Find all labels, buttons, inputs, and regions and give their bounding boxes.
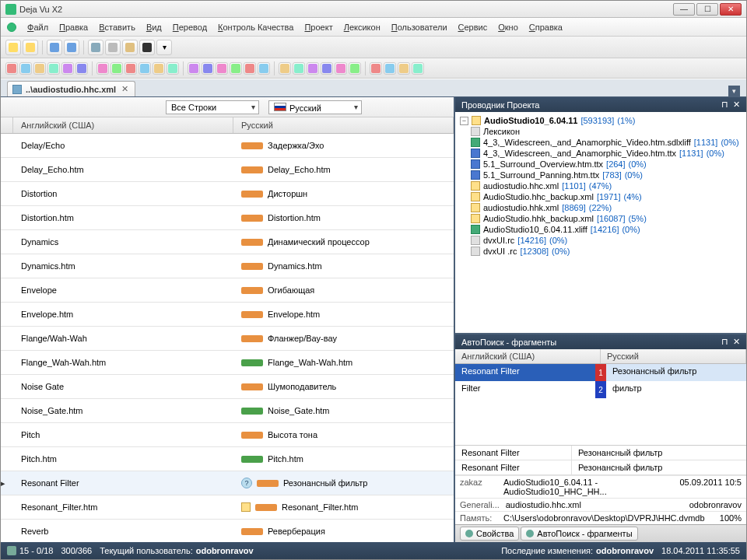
toolbar-button[interactable] — [384, 62, 396, 75]
table-row[interactable]: Delay/EchoЗадержка/Эхо — [1, 134, 454, 158]
close-button[interactable]: ✕ — [720, 3, 742, 16]
toolbar-button[interactable] — [216, 62, 228, 75]
toolbar-button[interactable] — [75, 62, 88, 75]
paste-button[interactable] — [122, 40, 138, 55]
table-row[interactable]: Flange_Wah-Wah.htmFlange_Wah-Wah.htm — [1, 351, 454, 375]
autosearch-row[interactable]: Filter2фильтр — [455, 381, 746, 398]
autosearch-head-source[interactable]: Английский (США) — [455, 349, 601, 363]
table-row[interactable]: Envelope.htmEnvelope.htm — [1, 303, 454, 327]
tree-node[interactable]: audiostudio.hhk.xml [8869] (22%) — [460, 202, 742, 213]
tree-node[interactable]: audiostudio.hhc.xml [1101] (47%) — [460, 180, 742, 191]
toolbar-button[interactable] — [244, 62, 256, 75]
grid-header-target[interactable]: Русский — [233, 117, 454, 133]
dropdown-button[interactable]: ▾ — [156, 40, 172, 55]
tree-node[interactable]: 5.1_Surround_Panning.htm.ttx [783] (0%) — [460, 170, 742, 180]
menu-item[interactable]: Вставить — [94, 20, 140, 34]
menu-item[interactable]: Правка — [54, 20, 93, 34]
tree-node[interactable]: dvxUI .rc [12308] (0%) — [460, 246, 742, 257]
toolbar-button[interactable] — [258, 62, 270, 75]
toolbar-button[interactable] — [370, 62, 382, 75]
menu-item[interactable]: Вид — [142, 20, 167, 34]
table-row[interactable]: Resonant_Filter.htmResonant_Filter.htm — [1, 495, 454, 520]
toolbar-button[interactable] — [321, 62, 333, 75]
menu-item[interactable]: Контроль Качества — [213, 20, 298, 34]
panel-close-icon[interactable]: ✕ — [733, 100, 740, 110]
panel-close-icon[interactable]: ✕ — [733, 337, 740, 347]
project-tree[interactable]: −AudioStudio10_6.04.11 [593193] (1%)Лекс… — [455, 112, 746, 333]
target-cell[interactable]: Задержка/Эхо — [233, 141, 454, 150]
maximize-button[interactable]: ☐ — [696, 3, 718, 16]
tab-close-icon[interactable]: ✕ — [120, 84, 130, 94]
table-row[interactable]: Noise_Gate.htmNoise_Gate.htm — [1, 399, 454, 423]
target-cell[interactable]: Фланжер/Вау-вау — [233, 334, 454, 343]
redo-button[interactable] — [64, 40, 79, 55]
cut-button[interactable] — [88, 40, 103, 55]
tree-node[interactable]: −AudioStudio10_6.04.11 [593193] (1%) — [460, 115, 742, 126]
autosearch-head-target[interactable]: Русский — [601, 349, 746, 363]
table-row[interactable]: PitchВысота тона — [1, 423, 454, 447]
table-row[interactable]: DynamicsДинамический процессор — [1, 230, 454, 254]
open-button[interactable] — [23, 40, 38, 55]
target-cell[interactable]: Flange_Wah-Wah.htm — [233, 358, 454, 367]
tree-node[interactable]: AudioStudio10_6.04.11.xliff [14216] (0%) — [460, 224, 742, 235]
autosearch-row[interactable]: Resonant Filter1Резонансный фильтр — [455, 364, 746, 381]
table-row[interactable]: EnvelopeОгибающая — [1, 278, 454, 303]
target-cell[interactable]: Dynamics.htm — [233, 261, 454, 271]
collapse-icon[interactable]: − — [460, 117, 468, 125]
target-cell[interactable]: Дисторшн — [233, 189, 454, 198]
grid-header-source[interactable]: Английский (США) — [13, 117, 233, 133]
toolbar-button[interactable] — [61, 62, 74, 75]
toolbar-button[interactable] — [307, 62, 319, 75]
table-row[interactable]: Delay_Echo.htmDelay_Echo.htm — [1, 158, 454, 182]
language-combo[interactable]: Русский — [268, 100, 362, 114]
menu-item[interactable]: Сервис — [454, 20, 493, 34]
toolbar-button[interactable] — [96, 62, 109, 75]
copy-button[interactable] — [105, 40, 121, 55]
bottom-tab[interactable]: Свойства — [460, 527, 519, 541]
toolbar-button[interactable] — [124, 62, 137, 75]
table-row[interactable]: ▸Resonant Filter?Резонансный фильтр — [1, 471, 454, 495]
toolbar-button[interactable] — [19, 62, 32, 75]
table-row[interactable]: Flange/Wah-WahФланжер/Вау-вау — [1, 327, 454, 351]
table-row[interactable]: Dynamics.htmDynamics.htm — [1, 254, 454, 278]
target-cell[interactable]: Envelope.htm — [233, 310, 454, 319]
toolbar-button[interactable] — [349, 62, 361, 75]
menu-item[interactable]: Окно — [493, 20, 523, 34]
toolbar-button[interactable] — [110, 62, 123, 75]
table-row[interactable]: ReverbРеверберация — [1, 520, 454, 542]
table-row[interactable]: DistortionДисторшн — [1, 182, 454, 206]
table-row[interactable]: Pitch.htmPitch.htm — [1, 447, 454, 471]
tree-node[interactable]: 4_3,_Widescreen,_and_Anamorphic_Video.ht… — [460, 137, 742, 148]
toolbar-button[interactable] — [153, 62, 165, 75]
new-button[interactable] — [5, 40, 21, 55]
target-cell[interactable]: Шумоподавитель — [233, 382, 454, 391]
tabstrip-pin-icon[interactable]: ▾ — [728, 86, 740, 96]
tree-node[interactable]: 5.1_Surround_Overview.htm.ttx [264] (0%) — [460, 159, 742, 170]
target-cell[interactable]: Реверберация — [233, 527, 454, 536]
undo-button[interactable] — [47, 40, 62, 55]
toolbar-button[interactable] — [188, 62, 200, 75]
toolbar-button[interactable] — [167, 62, 179, 75]
toolbar-button[interactable] — [33, 62, 46, 75]
bottom-tab[interactable]: АвтоПоиск - фрагменты — [521, 527, 637, 541]
target-cell[interactable]: Resonant_Filter.htm — [233, 502, 454, 512]
menu-item[interactable]: Пользователи — [387, 20, 452, 34]
table-row[interactable]: Distortion.htmDistortion.htm — [1, 206, 454, 230]
target-cell[interactable]: Динамический процессор — [233, 237, 454, 247]
toolbar-button[interactable] — [5, 62, 18, 75]
target-cell[interactable]: ?Резонансный фильтр — [233, 478, 454, 488]
menu-item[interactable]: Лексикон — [339, 20, 385, 34]
toolbar-button[interactable] — [279, 62, 291, 75]
grid-body[interactable]: Delay/EchoЗадержка/ЭхоDelay_Echo.htmDela… — [1, 134, 454, 542]
tree-node[interactable]: dvxUI.rc [14216] (0%) — [460, 235, 742, 246]
pin-icon[interactable]: ⊓ — [721, 337, 728, 347]
target-cell[interactable]: Высота тона — [233, 430, 454, 439]
table-row[interactable]: Noise GateШумоподавитель — [1, 375, 454, 399]
menu-item[interactable]: Файл — [23, 20, 53, 34]
minimize-button[interactable]: — — [673, 3, 695, 16]
target-cell[interactable]: Noise_Gate.htm — [233, 406, 454, 415]
pin-icon[interactable]: ⊓ — [721, 100, 728, 110]
toolbar-button[interactable] — [412, 62, 424, 75]
target-cell[interactable]: Pitch.htm — [233, 454, 454, 464]
delete-button[interactable] — [139, 40, 155, 55]
